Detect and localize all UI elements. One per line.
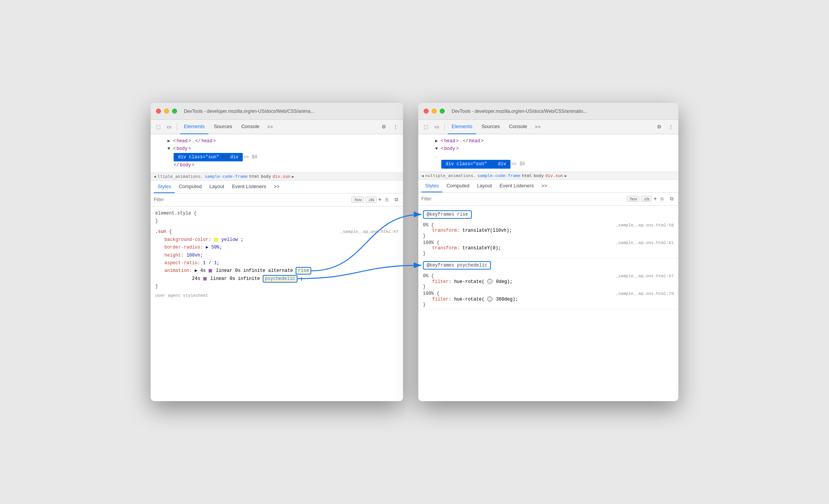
aspect-ratio-prop: aspect-ratio: 1 / 1;	[155, 259, 398, 267]
tab-more[interactable]: >>	[265, 124, 275, 130]
dom-div-selected-line[interactable]: <div class="sun" ></div> == $0	[155, 153, 398, 161]
rise-0-source[interactable]: _sample_.ap…ons.html:58	[616, 223, 674, 228]
right-bc-body[interactable]: body	[534, 173, 544, 178]
psychedelic-keyframe-name: @keyframes psychedelic	[423, 261, 491, 270]
arrows-svg	[0, 0, 829, 504]
right-tab-console[interactable]: Console	[505, 120, 531, 134]
right-copy-styles-icon[interactable]: ⎘	[658, 195, 666, 203]
rise-0-transform: transform: translateY(110vh);	[423, 228, 674, 233]
tab-elements[interactable]: Elements	[180, 120, 208, 134]
cursor-icon[interactable]: ⬚	[154, 122, 163, 132]
rise-0-block: 0% { _sample_.ap…ons.html:58 transform: …	[423, 223, 674, 239]
right-minimize-button[interactable]	[432, 109, 437, 114]
psychedelic-highlight[interactable]: psychedelic	[263, 275, 297, 283]
sun-source[interactable]: _sample_.ap…ons.html:47	[340, 228, 398, 236]
bc-divsun[interactable]: div.sun	[273, 174, 290, 179]
right-styles-content: @keyframes rise 0% { _sample_.ap…ons.htm…	[418, 206, 678, 401]
hov-button[interactable]: :hov	[351, 197, 364, 203]
right-bc-frame[interactable]: sample-code-frame	[477, 173, 520, 178]
right-bc-divsun[interactable]: div.sun	[545, 173, 563, 178]
left-devtools-window: DevTools - developer.mozilla.org/en-US/d…	[151, 103, 403, 401]
left-devtools-toolbar: ⬚ ▭ Elements Sources Console >> ⚙ ⋮	[151, 120, 403, 134]
right-plus-button[interactable]: +	[653, 195, 657, 202]
psychedelic-0-block: 0% { _sample_.ap…ons.html:67 filter: hue…	[423, 273, 674, 290]
toolbar-separator	[177, 123, 177, 131]
tab-styles-more[interactable]: >>	[270, 180, 283, 193]
device-icon[interactable]: ▭	[164, 122, 174, 132]
right-filter-input[interactable]	[421, 196, 624, 202]
purple-swatch	[208, 269, 212, 273]
bc-frame[interactable]: sample-code-frame	[205, 174, 248, 179]
right-bc-right-arrow[interactable]: ▶	[564, 174, 567, 178]
right-tab-styles[interactable]: Styles	[421, 179, 442, 192]
cls-button[interactable]: .cls	[366, 197, 377, 203]
right-gear-icon[interactable]: ⚙	[655, 122, 664, 132]
filter-input[interactable]	[154, 197, 348, 202]
psychedelic-100-filter: filter: hue-rotate( ⓘ 360deg);	[423, 296, 674, 302]
right-tab-layout[interactable]: Layout	[473, 179, 496, 192]
dom-body-open-line: ▼ <body>	[155, 145, 398, 153]
right-maximize-button[interactable]	[440, 109, 445, 114]
sidebar-toggle-icon[interactable]: ⧉	[392, 196, 400, 203]
right-toolbar-separator	[444, 123, 445, 131]
user-agent-label: user agent stylesheet	[151, 292, 403, 299]
rise-100-source[interactable]: _sample_.ap…ons.html:61	[616, 241, 674, 245]
right-bc-left-arrow[interactable]: ◀	[421, 174, 424, 178]
rise-highlight[interactable]: rise	[296, 267, 311, 275]
right-tab-computed[interactable]: Computed	[442, 179, 473, 192]
tab-event-listeners[interactable]: Event Listeners	[228, 180, 270, 193]
right-title-url: DevTools - developer.mozilla.org/en-US/d…	[452, 109, 673, 114]
tab-sources[interactable]: Sources	[210, 120, 236, 134]
right-tab-elements[interactable]: Elements	[448, 120, 476, 134]
right-cursor-icon[interactable]: ⬚	[421, 122, 431, 132]
tab-console[interactable]: Console	[237, 120, 263, 134]
right-hov-button[interactable]: :hov	[627, 196, 639, 202]
right-dom-dots-line: …	[423, 153, 674, 160]
gear-icon[interactable]: ⚙	[379, 122, 388, 132]
psychedelic-keyframe-block: @keyframes psychedelic 0% { _sample_.ap……	[418, 258, 678, 309]
right-device-icon[interactable]: ▭	[432, 122, 441, 132]
close-button[interactable]	[156, 109, 161, 114]
right-tab-event-listeners[interactable]: Event Listeners	[496, 179, 538, 192]
right-titlebar: DevTools - developer.mozilla.org/en-US/d…	[418, 103, 678, 120]
right-tab-more[interactable]: >>	[533, 124, 543, 130]
right-devtools-window: DevTools - developer.mozilla.org/en-US/d…	[418, 103, 678, 401]
right-menu-icon[interactable]: ⋮	[666, 122, 675, 132]
right-tab-sources[interactable]: Sources	[478, 120, 504, 134]
right-close-button[interactable]	[424, 109, 429, 114]
breadcrumb-right-arrow[interactable]: ▶	[292, 174, 294, 179]
psychedelic-0-source[interactable]: _sample_.ap…ons.html:67	[616, 274, 674, 278]
right-styles-tabs: Styles Computed Layout Event Listeners >…	[418, 180, 678, 193]
minimize-button[interactable]	[164, 109, 169, 114]
tab-layout[interactable]: Layout	[205, 180, 228, 193]
right-bc-html[interactable]: html	[522, 173, 532, 178]
sun-rule: .sun { _sample_.ap…ons.html:47 backgroun…	[151, 226, 403, 292]
sun-rule-close: }	[155, 283, 398, 290]
bg-color-prop: background-color: yellow ;	[155, 236, 398, 244]
menu-icon[interactable]: ⋮	[391, 122, 400, 132]
info-icon-1: ⓘ	[487, 279, 493, 284]
breadcrumb-left-arrow[interactable]: ◀	[154, 174, 156, 179]
copy-styles-icon[interactable]: ⎘	[383, 196, 391, 203]
bc-html[interactable]: html	[249, 174, 260, 179]
dom-body-close-line: </body>	[155, 161, 398, 169]
right-cls-button[interactable]: .cls	[641, 196, 652, 202]
rise-keyframe-block: @keyframes rise 0% { _sample_.ap…ons.htm…	[418, 207, 678, 258]
rise-100-transform: transform: translateY(0);	[423, 245, 674, 251]
right-tab-styles-more[interactable]: >>	[538, 179, 551, 192]
right-dom-div-selected-line[interactable]: <div class="sun" ></div> == $0	[423, 160, 674, 168]
psychedelic-100-source[interactable]: _sample_.ap…ons.html:70	[616, 291, 674, 296]
tab-styles[interactable]: Styles	[154, 180, 175, 193]
left-dom-area: ▶ <head> … </head> ▼ <body> <div class="…	[151, 134, 403, 172]
info-icon-2: ⓘ	[487, 296, 493, 302]
purple-swatch-2	[203, 277, 207, 281]
tab-computed[interactable]: Computed	[175, 180, 205, 193]
plus-button[interactable]: +	[378, 196, 382, 203]
bc-body[interactable]: body	[261, 174, 271, 179]
dom-head-line: ▶ <head> … </head>	[155, 137, 398, 145]
right-dom-head-line: ▶ <head> … </head>	[423, 137, 674, 145]
right-sidebar-toggle-icon[interactable]: ⧉	[668, 195, 675, 203]
animation-prop-2: 24s linear 0s infinite psychedelic ;	[155, 275, 398, 283]
maximize-button[interactable]	[172, 109, 177, 114]
sun-rule-header: .sun { _sample_.ap…ons.html:47	[155, 228, 398, 236]
